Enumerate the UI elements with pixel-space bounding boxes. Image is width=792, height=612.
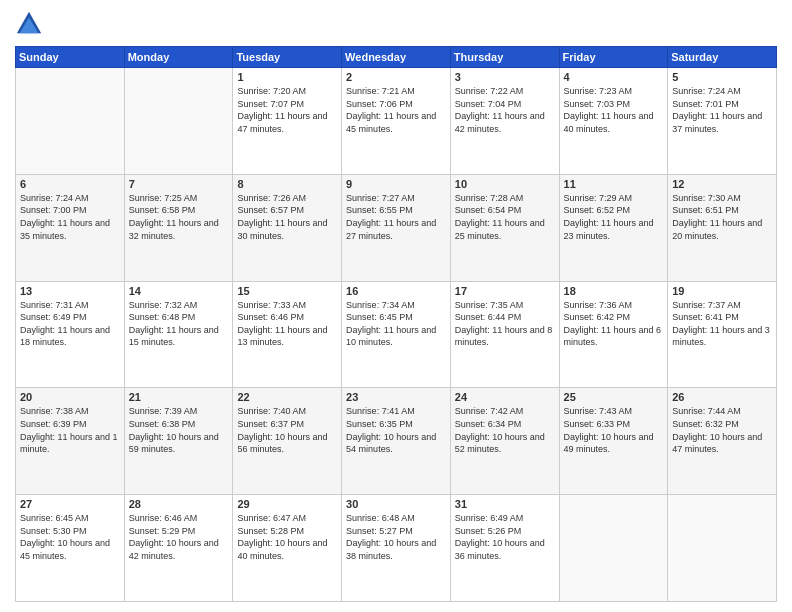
day-info: Sunrise: 7:38 AM Sunset: 6:39 PM Dayligh… [20, 405, 120, 455]
day-info: Sunrise: 7:25 AM Sunset: 6:58 PM Dayligh… [129, 192, 229, 242]
day-info: Sunrise: 6:49 AM Sunset: 5:26 PM Dayligh… [455, 512, 555, 562]
calendar-header-sunday: Sunday [16, 47, 125, 68]
page: SundayMondayTuesdayWednesdayThursdayFrid… [0, 0, 792, 612]
calendar-cell [559, 495, 668, 602]
day-info: Sunrise: 7:30 AM Sunset: 6:51 PM Dayligh… [672, 192, 772, 242]
day-info: Sunrise: 7:35 AM Sunset: 6:44 PM Dayligh… [455, 299, 555, 349]
day-number: 10 [455, 178, 555, 190]
calendar-cell: 27Sunrise: 6:45 AM Sunset: 5:30 PM Dayli… [16, 495, 125, 602]
calendar-header-thursday: Thursday [450, 47, 559, 68]
calendar-cell: 2Sunrise: 7:21 AM Sunset: 7:06 PM Daylig… [342, 68, 451, 175]
calendar-header-row: SundayMondayTuesdayWednesdayThursdayFrid… [16, 47, 777, 68]
day-number: 2 [346, 71, 446, 83]
day-number: 7 [129, 178, 229, 190]
calendar-cell: 16Sunrise: 7:34 AM Sunset: 6:45 PM Dayli… [342, 281, 451, 388]
logo [15, 10, 47, 38]
day-info: Sunrise: 7:21 AM Sunset: 7:06 PM Dayligh… [346, 85, 446, 135]
calendar-cell: 25Sunrise: 7:43 AM Sunset: 6:33 PM Dayli… [559, 388, 668, 495]
calendar-cell: 6Sunrise: 7:24 AM Sunset: 7:00 PM Daylig… [16, 174, 125, 281]
day-info: Sunrise: 7:26 AM Sunset: 6:57 PM Dayligh… [237, 192, 337, 242]
day-info: Sunrise: 7:24 AM Sunset: 7:00 PM Dayligh… [20, 192, 120, 242]
day-number: 26 [672, 391, 772, 403]
calendar-cell: 5Sunrise: 7:24 AM Sunset: 7:01 PM Daylig… [668, 68, 777, 175]
calendar-cell: 28Sunrise: 6:46 AM Sunset: 5:29 PM Dayli… [124, 495, 233, 602]
calendar-cell: 19Sunrise: 7:37 AM Sunset: 6:41 PM Dayli… [668, 281, 777, 388]
day-number: 3 [455, 71, 555, 83]
day-number: 27 [20, 498, 120, 510]
logo-icon [15, 10, 43, 38]
day-info: Sunrise: 7:20 AM Sunset: 7:07 PM Dayligh… [237, 85, 337, 135]
calendar-cell: 23Sunrise: 7:41 AM Sunset: 6:35 PM Dayli… [342, 388, 451, 495]
day-number: 18 [564, 285, 664, 297]
day-number: 14 [129, 285, 229, 297]
calendar-header-monday: Monday [124, 47, 233, 68]
calendar-week-1: 6Sunrise: 7:24 AM Sunset: 7:00 PM Daylig… [16, 174, 777, 281]
calendar-cell: 1Sunrise: 7:20 AM Sunset: 7:07 PM Daylig… [233, 68, 342, 175]
day-number: 9 [346, 178, 446, 190]
day-info: Sunrise: 7:29 AM Sunset: 6:52 PM Dayligh… [564, 192, 664, 242]
calendar-cell: 30Sunrise: 6:48 AM Sunset: 5:27 PM Dayli… [342, 495, 451, 602]
calendar-cell: 17Sunrise: 7:35 AM Sunset: 6:44 PM Dayli… [450, 281, 559, 388]
day-number: 28 [129, 498, 229, 510]
calendar-cell: 18Sunrise: 7:36 AM Sunset: 6:42 PM Dayli… [559, 281, 668, 388]
calendar-header-tuesday: Tuesday [233, 47, 342, 68]
day-number: 16 [346, 285, 446, 297]
calendar-header-wednesday: Wednesday [342, 47, 451, 68]
day-info: Sunrise: 7:22 AM Sunset: 7:04 PM Dayligh… [455, 85, 555, 135]
calendar-cell: 29Sunrise: 6:47 AM Sunset: 5:28 PM Dayli… [233, 495, 342, 602]
calendar-cell: 10Sunrise: 7:28 AM Sunset: 6:54 PM Dayli… [450, 174, 559, 281]
day-info: Sunrise: 7:33 AM Sunset: 6:46 PM Dayligh… [237, 299, 337, 349]
calendar-cell: 7Sunrise: 7:25 AM Sunset: 6:58 PM Daylig… [124, 174, 233, 281]
day-number: 11 [564, 178, 664, 190]
day-info: Sunrise: 7:36 AM Sunset: 6:42 PM Dayligh… [564, 299, 664, 349]
calendar-cell: 13Sunrise: 7:31 AM Sunset: 6:49 PM Dayli… [16, 281, 125, 388]
calendar-cell: 8Sunrise: 7:26 AM Sunset: 6:57 PM Daylig… [233, 174, 342, 281]
calendar-cell: 9Sunrise: 7:27 AM Sunset: 6:55 PM Daylig… [342, 174, 451, 281]
day-info: Sunrise: 6:45 AM Sunset: 5:30 PM Dayligh… [20, 512, 120, 562]
day-info: Sunrise: 7:24 AM Sunset: 7:01 PM Dayligh… [672, 85, 772, 135]
day-number: 21 [129, 391, 229, 403]
day-info: Sunrise: 7:39 AM Sunset: 6:38 PM Dayligh… [129, 405, 229, 455]
calendar-cell [16, 68, 125, 175]
day-number: 6 [20, 178, 120, 190]
calendar-cell [124, 68, 233, 175]
day-info: Sunrise: 7:43 AM Sunset: 6:33 PM Dayligh… [564, 405, 664, 455]
calendar-header-saturday: Saturday [668, 47, 777, 68]
calendar-cell: 26Sunrise: 7:44 AM Sunset: 6:32 PM Dayli… [668, 388, 777, 495]
day-info: Sunrise: 7:40 AM Sunset: 6:37 PM Dayligh… [237, 405, 337, 455]
calendar-cell: 4Sunrise: 7:23 AM Sunset: 7:03 PM Daylig… [559, 68, 668, 175]
day-info: Sunrise: 6:47 AM Sunset: 5:28 PM Dayligh… [237, 512, 337, 562]
day-number: 4 [564, 71, 664, 83]
calendar-cell: 31Sunrise: 6:49 AM Sunset: 5:26 PM Dayli… [450, 495, 559, 602]
calendar-cell: 12Sunrise: 7:30 AM Sunset: 6:51 PM Dayli… [668, 174, 777, 281]
day-number: 24 [455, 391, 555, 403]
day-number: 17 [455, 285, 555, 297]
calendar-cell: 14Sunrise: 7:32 AM Sunset: 6:48 PM Dayli… [124, 281, 233, 388]
day-number: 30 [346, 498, 446, 510]
calendar-cell: 3Sunrise: 7:22 AM Sunset: 7:04 PM Daylig… [450, 68, 559, 175]
calendar-week-3: 20Sunrise: 7:38 AM Sunset: 6:39 PM Dayli… [16, 388, 777, 495]
day-number: 23 [346, 391, 446, 403]
day-number: 15 [237, 285, 337, 297]
day-info: Sunrise: 7:42 AM Sunset: 6:34 PM Dayligh… [455, 405, 555, 455]
calendar-cell: 15Sunrise: 7:33 AM Sunset: 6:46 PM Dayli… [233, 281, 342, 388]
day-info: Sunrise: 7:28 AM Sunset: 6:54 PM Dayligh… [455, 192, 555, 242]
day-info: Sunrise: 7:23 AM Sunset: 7:03 PM Dayligh… [564, 85, 664, 135]
day-info: Sunrise: 7:31 AM Sunset: 6:49 PM Dayligh… [20, 299, 120, 349]
day-info: Sunrise: 7:37 AM Sunset: 6:41 PM Dayligh… [672, 299, 772, 349]
day-info: Sunrise: 6:48 AM Sunset: 5:27 PM Dayligh… [346, 512, 446, 562]
day-number: 29 [237, 498, 337, 510]
day-number: 8 [237, 178, 337, 190]
day-info: Sunrise: 7:32 AM Sunset: 6:48 PM Dayligh… [129, 299, 229, 349]
calendar-cell: 21Sunrise: 7:39 AM Sunset: 6:38 PM Dayli… [124, 388, 233, 495]
calendar-cell: 22Sunrise: 7:40 AM Sunset: 6:37 PM Dayli… [233, 388, 342, 495]
calendar-week-0: 1Sunrise: 7:20 AM Sunset: 7:07 PM Daylig… [16, 68, 777, 175]
day-info: Sunrise: 6:46 AM Sunset: 5:29 PM Dayligh… [129, 512, 229, 562]
calendar-week-2: 13Sunrise: 7:31 AM Sunset: 6:49 PM Dayli… [16, 281, 777, 388]
calendar-cell: 11Sunrise: 7:29 AM Sunset: 6:52 PM Dayli… [559, 174, 668, 281]
day-number: 12 [672, 178, 772, 190]
calendar-cell: 20Sunrise: 7:38 AM Sunset: 6:39 PM Dayli… [16, 388, 125, 495]
calendar-cell [668, 495, 777, 602]
day-info: Sunrise: 7:34 AM Sunset: 6:45 PM Dayligh… [346, 299, 446, 349]
calendar-cell: 24Sunrise: 7:42 AM Sunset: 6:34 PM Dayli… [450, 388, 559, 495]
